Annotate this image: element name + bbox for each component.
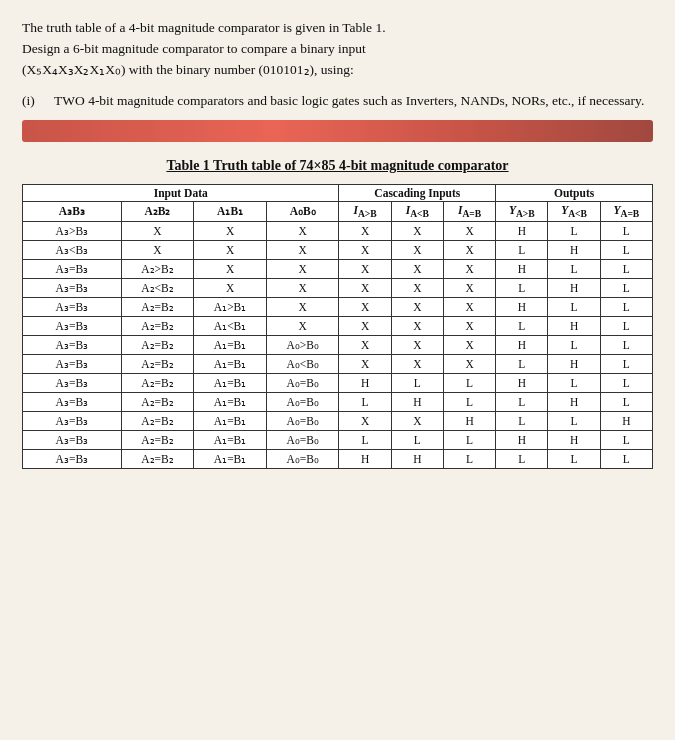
truth-table: Input Data Cascading Inputs Outputs A₃B₃… bbox=[22, 184, 653, 469]
table-row: A₃=B₃A₂=B₂A₁>B₁XXXXHLL bbox=[23, 297, 653, 316]
table-cell: L bbox=[496, 411, 548, 430]
table-cell: X bbox=[391, 354, 443, 373]
table-cell: H bbox=[496, 259, 548, 278]
table-cell: X bbox=[339, 259, 391, 278]
table-cell: X bbox=[443, 259, 495, 278]
table-cell: A₀=B₀ bbox=[266, 392, 339, 411]
table-cell: A₂=B₂ bbox=[121, 354, 194, 373]
table-cell: L bbox=[496, 278, 548, 297]
table-cell: X bbox=[339, 240, 391, 259]
table-cell: L bbox=[600, 259, 652, 278]
table-cell: A₂=B₂ bbox=[121, 392, 194, 411]
table-cell: X bbox=[266, 316, 339, 335]
table-cell: L bbox=[443, 392, 495, 411]
table-cell: A₃<B₃ bbox=[23, 240, 122, 259]
table-cell: L bbox=[391, 373, 443, 392]
table-row: A₃=B₃A₂>B₂XXXXXHLL bbox=[23, 259, 653, 278]
table-cell: A₂<B₂ bbox=[121, 278, 194, 297]
table-cell: L bbox=[600, 297, 652, 316]
table-cell: X bbox=[121, 240, 194, 259]
table-cell: X bbox=[443, 278, 495, 297]
table-cell: L bbox=[443, 449, 495, 468]
table-row: A₃=B₃A₂=B₂A₁=B₁A₀=B₀HLLHLL bbox=[23, 373, 653, 392]
table-cell: A₂=B₂ bbox=[121, 430, 194, 449]
table-cell: X bbox=[121, 221, 194, 240]
table-cell: L bbox=[600, 449, 652, 468]
table-cell: A₁=B₁ bbox=[194, 411, 267, 430]
table-cell: A₃>B₃ bbox=[23, 221, 122, 240]
table-cell: X bbox=[391, 297, 443, 316]
table-cell: A₃=B₃ bbox=[23, 278, 122, 297]
table-row: A₃=B₃A₂=B₂A₁=B₁A₀<B₀XXXLHL bbox=[23, 354, 653, 373]
group-cascading: Cascading Inputs bbox=[339, 184, 496, 201]
table-cell: L bbox=[600, 430, 652, 449]
redacted-image bbox=[22, 120, 653, 142]
table-cell: H bbox=[600, 411, 652, 430]
table-cell: X bbox=[443, 354, 495, 373]
table-cell: X bbox=[443, 297, 495, 316]
table-cell: H bbox=[548, 240, 600, 259]
table-cell: A₂=B₂ bbox=[121, 335, 194, 354]
table-cell: L bbox=[600, 316, 652, 335]
table-cell: A₃=B₃ bbox=[23, 392, 122, 411]
table-cell: L bbox=[339, 392, 391, 411]
table-cell: H bbox=[496, 430, 548, 449]
table-cell: L bbox=[548, 373, 600, 392]
table-cell: X bbox=[339, 335, 391, 354]
table-cell: L bbox=[496, 240, 548, 259]
table-cell: H bbox=[391, 392, 443, 411]
table-cell: A₀>B₀ bbox=[266, 335, 339, 354]
table-cell: H bbox=[339, 373, 391, 392]
table-cell: A₀<B₀ bbox=[266, 354, 339, 373]
table-row: A₃>B₃XXXXXXHLL bbox=[23, 221, 653, 240]
table-cell: L bbox=[548, 335, 600, 354]
table-cell: L bbox=[496, 392, 548, 411]
table-cell: H bbox=[548, 430, 600, 449]
table-cell: A₃=B₃ bbox=[23, 297, 122, 316]
table-row: A₃=B₃A₂=B₂A₁=B₁A₀=B₀LLLHHL bbox=[23, 430, 653, 449]
table-cell: X bbox=[339, 316, 391, 335]
table-cell: A₁=B₁ bbox=[194, 354, 267, 373]
table-cell: A₃=B₃ bbox=[23, 335, 122, 354]
table-cell: X bbox=[266, 259, 339, 278]
table-cell: H bbox=[496, 221, 548, 240]
table-cell: L bbox=[600, 392, 652, 411]
table-row: A₃=B₃A₂=B₂A₁=B₁A₀=B₀LHLLHL bbox=[23, 392, 653, 411]
table-cell: X bbox=[391, 411, 443, 430]
table-cell: X bbox=[194, 259, 267, 278]
table-cell: X bbox=[266, 278, 339, 297]
table-row: A₃=B₃A₂<B₂XXXXXLHL bbox=[23, 278, 653, 297]
intro-line3: (X₅X₄X₃X₂X₁X₀) with the binary number (0… bbox=[22, 62, 354, 77]
table-cell: A₁=B₁ bbox=[194, 392, 267, 411]
table-row: A₃<B₃XXXXXXLHL bbox=[23, 240, 653, 259]
table-cell: A₃=B₃ bbox=[23, 430, 122, 449]
col-yab-eq: YA=B bbox=[600, 201, 652, 221]
table-cell: X bbox=[391, 221, 443, 240]
table-cell: A₂=B₂ bbox=[121, 449, 194, 468]
table-cell: A₂=B₂ bbox=[121, 373, 194, 392]
table-cell: H bbox=[496, 335, 548, 354]
table-cell: X bbox=[266, 221, 339, 240]
col-a3b3: A₃B₃ bbox=[23, 201, 122, 221]
table-cell: L bbox=[600, 335, 652, 354]
table-cell: X bbox=[266, 240, 339, 259]
intro-paragraph: The truth table of a 4-bit magnitude com… bbox=[22, 18, 653, 112]
part-i-label: (i) bbox=[22, 91, 44, 112]
col-iab-eq: IA=B bbox=[443, 201, 495, 221]
table-cell: H bbox=[391, 449, 443, 468]
table-cell: A₃=B₃ bbox=[23, 354, 122, 373]
table-cell: L bbox=[548, 411, 600, 430]
table-cell: H bbox=[339, 449, 391, 468]
table-cell: X bbox=[391, 240, 443, 259]
table-cell: A₀=B₀ bbox=[266, 449, 339, 468]
group-input: Input Data bbox=[23, 184, 339, 201]
table-cell: A₁=B₁ bbox=[194, 373, 267, 392]
table-cell: H bbox=[548, 392, 600, 411]
table-cell: X bbox=[391, 259, 443, 278]
table-cell: X bbox=[443, 240, 495, 259]
table-cell: A₂=B₂ bbox=[121, 316, 194, 335]
table-cell: H bbox=[496, 297, 548, 316]
table-cell: A₃=B₃ bbox=[23, 449, 122, 468]
table-cell: X bbox=[339, 297, 391, 316]
table-cell: L bbox=[496, 316, 548, 335]
